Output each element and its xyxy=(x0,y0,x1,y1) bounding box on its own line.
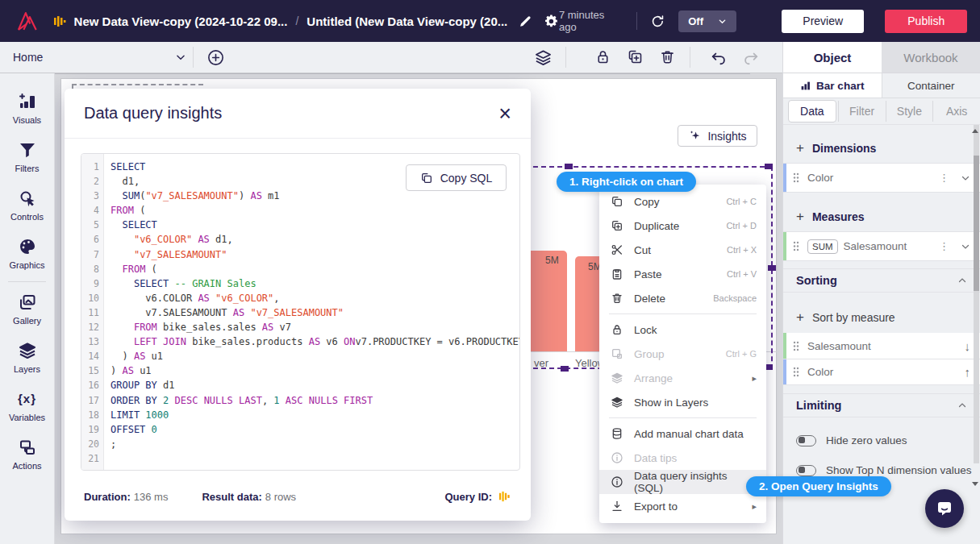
sidebar-item-variables[interactable]: {x} Variables xyxy=(0,382,54,430)
dimension-row-color[interactable]: Color ⋮ xyxy=(783,164,980,193)
menu-item-cut[interactable]: CutCtrl + X xyxy=(599,238,766,262)
dataset-title[interactable]: New Data View-copy (2024-10-22 09... xyxy=(74,15,288,28)
chevron-up-icon xyxy=(957,401,967,410)
sidebar-item-layers[interactable]: Layers xyxy=(0,334,54,382)
sidebar-item-graphics[interactable]: Graphics xyxy=(0,230,54,278)
sorting-section-header[interactable]: Sorting xyxy=(783,268,980,293)
clipboard-icon xyxy=(611,268,623,280)
duplicate-tool-icon[interactable] xyxy=(627,48,644,65)
chevron-down-icon[interactable] xyxy=(961,173,970,183)
add-sort-by-measure-button[interactable]: + Sort by measure xyxy=(783,302,980,333)
sort-descending-icon[interactable]: ↓ xyxy=(965,339,971,353)
dashboard-title[interactable]: Untitled (New Data View-copy (20... xyxy=(307,15,507,28)
drag-handle-icon[interactable] xyxy=(793,172,799,183)
tab-data[interactable]: Data xyxy=(788,100,836,123)
scroll-up-caret[interactable] xyxy=(972,129,978,133)
page-selector[interactable]: Home xyxy=(13,42,186,73)
menu-item-export-to[interactable]: Export to▸ xyxy=(599,494,766,518)
sidebar-item-controls[interactable]: Controls xyxy=(0,181,54,230)
tab-axis[interactable]: Axis xyxy=(932,101,980,122)
layers-tool-icon[interactable] xyxy=(534,48,553,67)
add-measures-button[interactable]: + Measures xyxy=(783,201,980,232)
menu-item-group[interactable]: GroupCtrl + G xyxy=(599,342,766,366)
lock-tool-icon[interactable] xyxy=(594,48,611,65)
kebab-menu-icon[interactable]: ⋮ xyxy=(939,240,949,252)
kebab-menu-icon[interactable]: ⋮ xyxy=(939,172,949,184)
publish-button[interactable]: Publish xyxy=(885,10,967,33)
visuals-icon xyxy=(18,92,37,111)
tab-filter[interactable]: Filter xyxy=(838,101,886,122)
chevron-down-icon[interactable] xyxy=(961,242,970,251)
sort-row-salesamount[interactable]: Salesamount ↓ xyxy=(783,333,980,359)
top-header: New Data View-copy (2024-10-22 09... / U… xyxy=(0,0,980,42)
selection-handle[interactable] xyxy=(561,366,569,372)
sort-ascending-icon[interactable]: ↑ xyxy=(965,365,971,379)
add-page-icon[interactable] xyxy=(206,48,225,67)
toggle-off-icon[interactable] xyxy=(796,465,816,476)
menu-item-duplicate[interactable]: DuplicateCtrl + D xyxy=(599,214,766,238)
measure-row-salesamount[interactable]: SUM Salesamount ⋮ xyxy=(783,232,980,261)
selection-handle[interactable] xyxy=(765,164,773,169)
left-sidebar: Visuals Filters Controls Graphics Galler… xyxy=(0,73,55,544)
copy-sql-button[interactable]: Copy SQL xyxy=(406,164,507,191)
close-icon[interactable]: × xyxy=(498,106,511,122)
sidebar-item-gallery[interactable]: Gallery xyxy=(0,285,54,334)
drag-handle-icon[interactable] xyxy=(793,241,799,251)
selection-handle[interactable] xyxy=(768,265,776,271)
menu-item-arrange[interactable]: Arrange▸ xyxy=(599,366,766,390)
delete-tool-icon[interactable] xyxy=(659,48,676,65)
sidebar-item-actions[interactable]: Actions xyxy=(0,430,54,479)
toolbar-divider xyxy=(690,47,690,68)
trash-icon xyxy=(611,292,623,305)
menu-item-paste[interactable]: PasteCtrl + V xyxy=(599,262,766,286)
menu-item-show-in-layers[interactable]: Show in Layers xyxy=(599,390,766,414)
tab-object[interactable]: Object xyxy=(783,42,882,73)
duration-label: Duration: xyxy=(84,491,131,503)
modal-header: Data query insights × xyxy=(65,89,531,139)
menu-item-delete[interactable]: DeleteBackspace xyxy=(599,286,766,310)
aggregation-badge[interactable]: SUM xyxy=(807,239,838,254)
scroll-down-caret[interactable] xyxy=(972,482,978,486)
page-selector-value: Home xyxy=(13,51,43,64)
drag-handle-icon[interactable] xyxy=(793,367,799,377)
limiting-section-header[interactable]: Limiting xyxy=(783,393,980,417)
insights-button[interactable]: Insights xyxy=(678,125,757,147)
tab-bar-chart[interactable]: Bar chart xyxy=(783,73,882,98)
refresh-icon[interactable] xyxy=(650,14,665,29)
tab-style[interactable]: Style xyxy=(886,101,933,122)
selection-handle[interactable] xyxy=(565,164,573,169)
menu-item-lock[interactable]: Lock xyxy=(599,318,766,342)
tutorial-badge-step1: 1. Right-click on chart xyxy=(557,172,696,192)
actions-icon xyxy=(18,438,37,457)
redo-icon[interactable] xyxy=(742,50,760,66)
undo-icon[interactable] xyxy=(710,50,728,66)
panel-scrollbar[interactable] xyxy=(974,125,979,463)
toggle-hide-zero-values[interactable]: Hide zero values xyxy=(783,430,980,451)
tab-workbook[interactable]: Workbook xyxy=(882,42,980,73)
filters-icon xyxy=(18,140,37,160)
menu-item-data-query-insights[interactable]: Data query insights (SQL) xyxy=(599,470,766,494)
sidebar-item-filters[interactable]: Filters xyxy=(0,133,54,181)
chat-launcher[interactable] xyxy=(925,489,964,528)
sort-accent xyxy=(783,359,786,384)
download-icon xyxy=(611,500,623,513)
menu-item-add-manual-data[interactable]: Add manual chart data xyxy=(599,421,766,446)
edit-pencil-icon[interactable] xyxy=(519,15,532,28)
drag-handle-icon[interactable] xyxy=(793,341,799,351)
copy-icon xyxy=(420,172,433,185)
auto-refresh-dropdown[interactable]: Off xyxy=(678,10,736,32)
widget-tabs: Bar chart Container xyxy=(783,73,980,98)
menu-item-copy[interactable]: CopyCtrl + C xyxy=(599,189,766,214)
preview-button[interactable]: Preview xyxy=(782,10,865,33)
sort-accent xyxy=(783,333,786,359)
sidebar-item-visuals[interactable]: Visuals xyxy=(0,85,54,133)
header-divider xyxy=(636,12,637,30)
sort-row-color[interactable]: Color ↑ xyxy=(783,359,980,385)
add-dimensions-button[interactable]: + Dimensions xyxy=(783,133,980,164)
tab-container[interactable]: Container xyxy=(882,73,980,98)
modal-title: Data query insights xyxy=(84,104,222,123)
settings-gear-icon[interactable] xyxy=(544,14,559,29)
menu-item-data-tips[interactable]: Data tips xyxy=(599,446,766,470)
toggle-off-icon[interactable] xyxy=(796,435,816,446)
query-id-icon[interactable] xyxy=(498,490,511,503)
